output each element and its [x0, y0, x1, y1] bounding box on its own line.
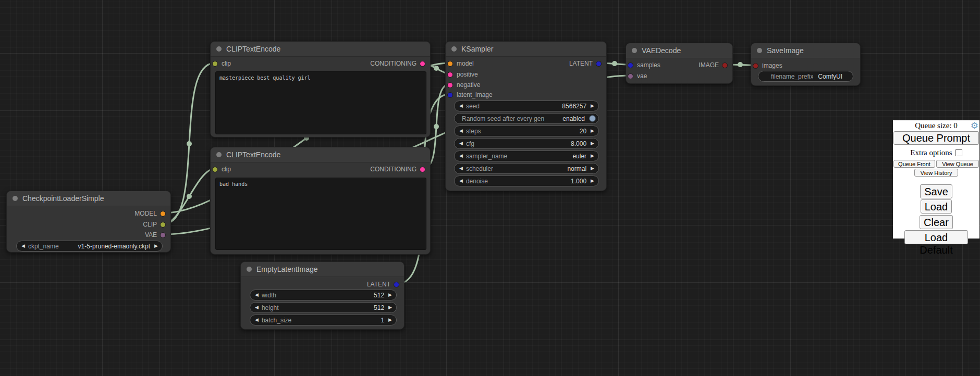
seed-widget[interactable]: ◀ seed 8566257 ▶ [454, 101, 599, 111]
decrement-arrow-icon[interactable]: ◀ [459, 129, 463, 133]
denoise-widget[interactable]: ◀ denoise 1.000 ▶ [454, 176, 599, 186]
collapse-dot-icon[interactable] [632, 48, 637, 53]
height-widget[interactable]: ◀ height 512 ▶ [250, 302, 397, 313]
latent-port-dot-icon [394, 282, 399, 287]
input-label-clip: clip [222, 166, 231, 172]
increment-arrow-icon[interactable]: ▶ [388, 293, 392, 297]
node-checkpoint-loader[interactable]: CheckpointLoaderSimple MODEL CLIP VAE ◀ … [6, 191, 171, 253]
vae-input-port[interactable] [628, 73, 633, 79]
collapse-dot-icon[interactable] [13, 196, 18, 201]
random-seed-toggle-widget[interactable]: Random seed after every gen enabled [454, 113, 599, 124]
decrement-arrow-icon[interactable]: ◀ [459, 104, 463, 108]
increment-arrow-icon[interactable]: ▶ [388, 305, 392, 310]
decrement-arrow-icon[interactable]: ◀ [254, 293, 259, 297]
decrement-arrow-icon[interactable]: ◀ [459, 141, 463, 146]
node-vae-decode[interactable]: VAEDecode samples vae IMAGE [626, 43, 733, 84]
collapse-dot-icon[interactable] [451, 46, 457, 52]
load-default-button[interactable]: Load Default [904, 230, 968, 244]
node-save-image[interactable]: SaveImage images filename_prefix ComfyUI [751, 43, 861, 86]
ckpt-name-widget[interactable]: ◀ ckpt_name v1-5-pruned-emaonly.ckpt ▶ [16, 241, 163, 252]
decrement-arrow-icon[interactable]: ◀ [459, 154, 463, 158]
node-titlebar[interactable]: CLIPTextEncode [211, 42, 430, 57]
latent-image-input-port[interactable] [447, 92, 453, 98]
increment-arrow-icon[interactable]: ▶ [591, 154, 594, 158]
decrement-arrow-icon[interactable]: ◀ [21, 244, 25, 248]
node-titlebar[interactable]: KSampler [446, 42, 606, 57]
model-input-port[interactable] [447, 61, 453, 67]
latent-output-port[interactable] [596, 61, 602, 67]
clear-button[interactable]: Clear [920, 215, 953, 229]
decrement-arrow-icon[interactable]: ◀ [254, 318, 259, 322]
steps-widget[interactable]: ◀ steps 20 ▶ [454, 126, 599, 136]
images-input-port[interactable] [753, 63, 758, 69]
conditioning-output-port[interactable] [420, 61, 425, 67]
collapse-dot-icon[interactable] [216, 152, 222, 157]
widget-label: filename_prefix [771, 73, 813, 80]
queue-prompt-button[interactable]: Queue Prompt [893, 131, 979, 145]
collapse-dot-icon[interactable] [757, 48, 762, 53]
latent-port-dot-icon [447, 92, 453, 98]
view-history-button[interactable]: View History [914, 169, 958, 177]
node-titlebar[interactable]: SaveImage [751, 43, 860, 58]
view-queue-button[interactable]: View Queue [936, 160, 979, 168]
increment-arrow-icon[interactable]: ▶ [591, 179, 594, 183]
clip-port-dot-icon [212, 61, 218, 67]
model-output-port[interactable] [160, 211, 166, 217]
input-label-positive: positive [457, 71, 478, 78]
conditioning-output-port[interactable] [420, 167, 425, 172]
clip-output-port[interactable] [160, 222, 166, 228]
increment-arrow-icon[interactable]: ▶ [591, 129, 594, 133]
decrement-arrow-icon[interactable]: ◀ [459, 166, 463, 171]
scheduler-widget[interactable]: ◀ scheduler normal ▶ [454, 163, 599, 174]
save-button[interactable]: Save [920, 184, 952, 198]
extra-options-checkbox[interactable] [956, 149, 962, 156]
increment-arrow-icon[interactable]: ▶ [591, 104, 594, 108]
node-titlebar[interactable]: EmptyLatentImage [241, 262, 404, 277]
cfg-widget[interactable]: ◀ cfg 8.000 ▶ [454, 138, 599, 149]
input-label-vae: vae [637, 73, 647, 79]
collapse-dot-icon[interactable] [216, 46, 222, 52]
node-clip-text-encode-negative[interactable]: CLIPTextEncode clip CONDITIONING bad han… [210, 147, 431, 255]
node-titlebar[interactable]: CheckpointLoaderSimple [7, 191, 170, 206]
conditioning-port-dot-icon [420, 167, 425, 172]
node-clip-text-encode-positive[interactable]: CLIPTextEncode clip CONDITIONING masterp… [210, 41, 431, 137]
samples-input-port[interactable] [628, 62, 633, 68]
vae-output-port[interactable] [160, 232, 166, 238]
positive-input-port[interactable] [447, 72, 453, 78]
sampler-name-widget[interactable]: ◀ sampler_name euler ▶ [454, 151, 599, 161]
increment-arrow-icon[interactable]: ▶ [154, 244, 158, 248]
filename-prefix-widget[interactable]: filename_prefix ComfyUI [758, 71, 853, 82]
widget-value: 512 [374, 292, 384, 299]
image-output-port[interactable] [722, 62, 728, 68]
widget-value: 8.000 [571, 140, 586, 147]
node-titlebar[interactable]: CLIPTextEncode [211, 147, 430, 162]
link-midpoint [434, 124, 439, 129]
positive-prompt-textarea[interactable]: masterpiece best quality girl [215, 71, 426, 134]
settings-gear-icon[interactable]: ⚙ [971, 121, 978, 131]
load-button[interactable]: Load [921, 199, 952, 214]
output-label-conditioning: CONDITIONING [370, 60, 416, 67]
increment-arrow-icon[interactable]: ▶ [591, 141, 594, 146]
widget-value: normal [567, 165, 586, 172]
decrement-arrow-icon[interactable]: ◀ [254, 305, 259, 310]
queue-front-button[interactable]: Queue Front [893, 160, 935, 168]
toggle-on-icon[interactable] [589, 115, 596, 122]
decrement-arrow-icon[interactable]: ◀ [459, 179, 463, 183]
clip-input-port[interactable] [212, 167, 218, 172]
node-titlebar[interactable]: VAEDecode [626, 43, 732, 58]
latent-output-port[interactable] [394, 282, 399, 287]
node-ksampler[interactable]: KSampler model positive negative latent_… [445, 41, 607, 191]
batch-size-widget[interactable]: ◀ batch_size 1 ▶ [250, 315, 397, 325]
clip-input-port[interactable] [212, 61, 218, 67]
widget-value: 512 [374, 304, 384, 311]
node-empty-latent-image[interactable]: EmptyLatentImage LATENT ◀ width 512 ▶ ◀ … [240, 261, 405, 330]
increment-arrow-icon[interactable]: ▶ [591, 166, 594, 171]
output-label-vae: VAE [145, 232, 157, 238]
input-label-model: model [457, 60, 474, 67]
width-widget[interactable]: ◀ width 512 ▶ [250, 290, 397, 300]
clip-port-dot-icon [212, 167, 218, 172]
increment-arrow-icon[interactable]: ▶ [388, 318, 392, 322]
negative-prompt-textarea[interactable]: bad hands [215, 178, 426, 250]
negative-input-port[interactable] [447, 82, 453, 88]
collapse-dot-icon[interactable] [247, 267, 252, 272]
